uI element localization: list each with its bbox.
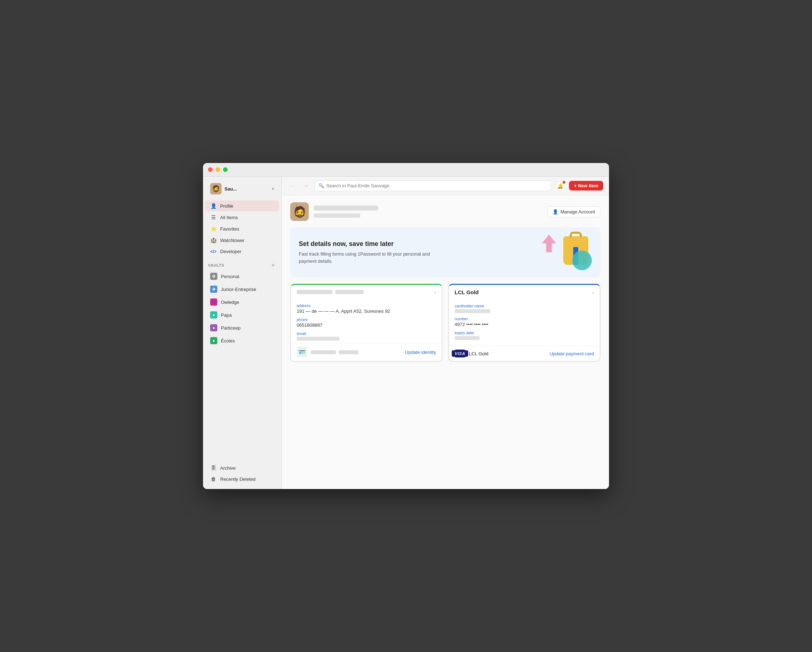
identity-card: › address 191 — de — — — A, Apprt A52, S…	[290, 284, 443, 362]
account-row[interactable]: 🧔 Sau... ▾	[205, 181, 279, 197]
cards-row: › address 191 — de — — — A, Apprt A52, S…	[290, 284, 600, 362]
email-label: email	[297, 331, 436, 336]
address-label: address	[297, 304, 436, 308]
main-layout: 🧔 Sau... ▾ 👤 Profile ☰ All Items ⭐ Favor…	[203, 177, 609, 489]
sidebar-item-label: Archive	[220, 466, 235, 471]
vaults-section-header: VAULTS +	[203, 262, 281, 269]
payment-card-header: LCL Gold ›	[449, 285, 600, 298]
arrow-illustration	[542, 235, 556, 252]
identity-card-fields: address 191 — de — — — A, Apprt A52, Sur…	[291, 298, 442, 343]
redacted-block	[297, 290, 333, 294]
redacted-block	[335, 290, 364, 294]
sidebar-item-favorites[interactable]: ⭐ Favorites	[205, 223, 279, 234]
owledge-vault-icon: 🐾	[210, 298, 217, 305]
sidebar-item-developer[interactable]: </> Developer	[205, 246, 279, 257]
sidebar-item-all-items[interactable]: ☰ All Items	[205, 212, 279, 223]
vaults-label: VAULTS	[208, 263, 224, 267]
identity-footer-name	[311, 350, 401, 354]
app-window: 🧔 Sau... ▾ 👤 Profile ☰ All Items ⭐ Favor…	[203, 163, 609, 489]
sidebar-item-label: All Items	[220, 215, 238, 220]
back-button[interactable]: ←	[287, 181, 298, 191]
phone-label: phone	[297, 318, 436, 322]
sidebar-item-label: Papa	[221, 312, 232, 318]
titlebar	[203, 163, 609, 177]
search-icon: 🔍	[319, 183, 324, 188]
manage-account-button[interactable]: 👤 Manage Account	[547, 206, 600, 217]
papa-vault-icon: ●	[210, 311, 217, 319]
account-name: Sau...	[224, 186, 272, 192]
redacted-block	[339, 350, 359, 354]
payment-card-footer: VISA LCL Gold Update payment card	[449, 346, 600, 361]
sidebar-item-label: Owledge	[221, 299, 239, 305]
sidebar-item-label: Junior-Entreprise	[221, 287, 256, 292]
identity-title-redacted	[297, 290, 364, 294]
forward-button[interactable]: →	[301, 181, 311, 191]
profile-avatar: 🧔	[290, 202, 309, 221]
sidebar-item-label: Écoles	[221, 338, 235, 344]
sidebar-spacer	[203, 347, 281, 462]
account-avatar: 🧔	[210, 183, 221, 194]
profile-icon: 👤	[210, 203, 217, 209]
payment-card-chevron-icon[interactable]: ›	[592, 290, 594, 295]
banner-title: Set details now, save time later	[299, 240, 435, 248]
particeep-vault-icon: ●	[210, 324, 217, 331]
profile-banner: Set details now, save time later Fast tr…	[290, 228, 600, 277]
close-button[interactable]	[208, 167, 213, 172]
sidebar-item-recently-deleted[interactable]: 🗑 Recently Deleted	[205, 473, 279, 484]
payment-card-name: LCL Gold	[469, 351, 546, 356]
teal-blob	[572, 250, 592, 270]
expiry-value-redacted	[455, 336, 479, 340]
add-vault-button[interactable]: +	[270, 262, 276, 269]
sidebar-item-label: Recently Deleted	[220, 476, 255, 482]
sidebar-item-papa[interactable]: ● Papa	[205, 309, 279, 321]
phone-value: 0651808897	[297, 322, 436, 328]
sidebar-item-personal[interactable]: ⚙ Personal	[205, 270, 279, 282]
profile-content: 🧔 👤 Manage Account Set details now, save…	[282, 195, 609, 489]
favorites-icon: ⭐	[210, 226, 217, 232]
search-input[interactable]	[326, 183, 548, 188]
identity-card-chevron-icon[interactable]: ›	[434, 289, 436, 295]
cardholder-name-label: cardholder name	[455, 304, 594, 308]
visa-icon: VISA	[455, 350, 466, 357]
watchtower-alert-button[interactable]: 🔔	[556, 181, 565, 191]
redacted-block	[311, 350, 336, 354]
alert-badge	[562, 180, 566, 184]
sidebar-item-ecoles[interactable]: ● Écoles	[205, 334, 279, 347]
toolbar: ← → 🔍 🔔 + New Item	[282, 177, 609, 195]
watchtower-icon: 🏰	[210, 237, 217, 243]
payment-card: LCL Gold › cardholder name number 4972 •…	[448, 284, 600, 362]
developer-icon: </>	[210, 249, 217, 254]
sidebar-item-label: Developer	[220, 249, 241, 254]
cardholder-name-redacted	[455, 309, 490, 313]
archive-icon: 🗄	[210, 465, 217, 471]
manage-account-label: Manage Account	[560, 209, 595, 214]
identity-icon: 🪪	[297, 347, 307, 357]
sidebar-item-owledge[interactable]: 🐾 Owledge	[205, 296, 279, 308]
sidebar-item-profile[interactable]: 👤 Profile	[205, 200, 279, 211]
new-item-button[interactable]: + New Item	[569, 181, 603, 191]
profile-email-redacted	[314, 214, 360, 218]
banner-description: Fast track filling forms using 1Password…	[299, 250, 435, 264]
sidebar-item-watchtower[interactable]: 🏰 Watchtower	[205, 235, 279, 246]
number-value: 4972 •••• •••• ••••	[455, 322, 594, 327]
sidebar-item-label: Favorites	[220, 226, 239, 232]
number-label: number	[455, 317, 594, 321]
search-bar: 🔍	[314, 180, 552, 191]
personal-vault-icon: ⚙	[210, 273, 217, 280]
email-value-redacted	[297, 337, 339, 341]
payment-card-title: LCL Gold	[455, 289, 479, 295]
sidebar-item-archive[interactable]: 🗄 Archive	[205, 463, 279, 473]
address-value: 191 — de — — — A, Apprt A52, Suresnes 92	[297, 308, 436, 314]
minimize-button[interactable]	[215, 167, 220, 172]
maximize-button[interactable]	[223, 167, 227, 172]
junior-entreprise-vault-icon: ✈	[210, 286, 217, 293]
sidebar-item-label: Watchtower	[220, 238, 244, 243]
manage-account-icon: 👤	[553, 209, 558, 214]
banner-text: Set details now, save time later Fast tr…	[299, 240, 435, 264]
sidebar-item-particeep[interactable]: ● Particeep	[205, 322, 279, 334]
content-area: ← → 🔍 🔔 + New Item 🧔	[282, 177, 609, 489]
update-identity-link[interactable]: Update identity	[405, 350, 436, 355]
profile-name-redacted	[314, 206, 378, 211]
sidebar-item-junior-entreprise[interactable]: ✈ Junior-Entreprise	[205, 283, 279, 295]
update-payment-link[interactable]: Update payment card	[549, 351, 594, 356]
